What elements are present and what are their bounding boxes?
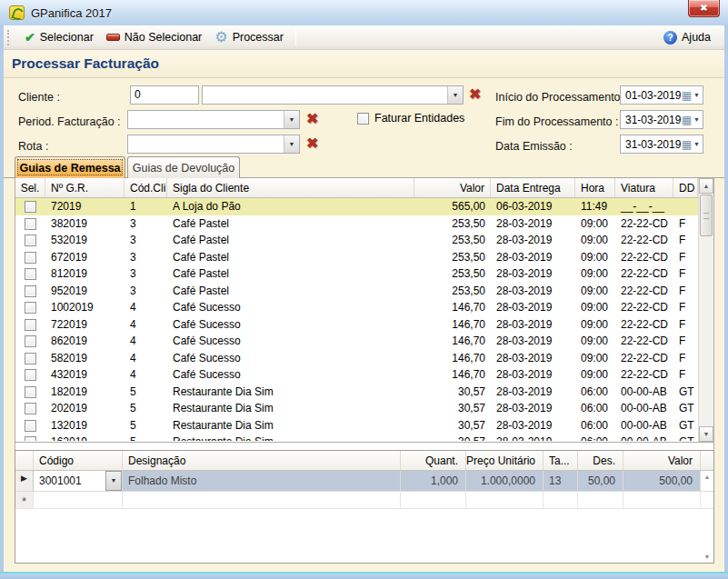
row-checkbox[interactable] (25, 268, 36, 280)
rota-combobox[interactable]: ▼ (127, 135, 300, 154)
row-select-cell[interactable] (15, 435, 45, 441)
table-row[interactable]: 9520193Café Pastel253,5028-03-201909:002… (15, 283, 698, 300)
row-select-cell[interactable] (15, 385, 45, 398)
fim-date-picker[interactable]: 31-03-2019 ▦ ▼ (620, 110, 703, 129)
row-checkbox[interactable] (25, 252, 36, 264)
table-row[interactable]: 8120193Café Pastel253,5028-03-201909:002… (15, 265, 698, 283)
row-select-cell[interactable] (15, 352, 45, 364)
row-checkbox[interactable] (25, 218, 36, 230)
row-select-cell[interactable] (15, 368, 45, 381)
table-row[interactable]: 5820194Café Sucesso146,7028-03-201909:00… (15, 350, 698, 367)
row-checkbox[interactable] (25, 420, 36, 432)
chevron-down-icon[interactable]: ▼ (105, 471, 122, 491)
clear-rota-icon[interactable]: ✖ (306, 136, 318, 151)
col-header-valor[interactable]: Valor (414, 178, 491, 197)
table-row[interactable]: ▶ 3001001 ▼ Folhado Misto 1,000 1.000,00… (15, 471, 713, 492)
table-row[interactable]: 10020194Café Sucesso146,7028-03-201909:0… (15, 299, 698, 316)
chevron-down-icon[interactable]: ▼ (284, 135, 299, 153)
col-header-quant[interactable]: Quant. (401, 451, 466, 470)
table-row[interactable]: 6720193Café Pastel253,5028-03-201909:002… (15, 249, 698, 266)
detail-vertical-scrollbar[interactable]: ▲ ▼ (701, 471, 713, 563)
col-header-viatura[interactable]: Viatura (615, 178, 673, 197)
ajuda-button[interactable]: ? Ajuda (657, 29, 717, 46)
row-select-cell[interactable] (15, 251, 45, 264)
row-checkbox[interactable] (25, 285, 36, 297)
col-header-valor[interactable]: Valor (623, 451, 701, 470)
col-header-codigo[interactable]: Código (34, 451, 123, 470)
row-checkbox[interactable] (25, 353, 36, 364)
row-checkbox[interactable] (25, 369, 36, 381)
selecionar-button[interactable]: ✔ Selecionar (18, 29, 100, 45)
chevron-down-icon[interactable]: ▼ (693, 141, 700, 147)
row-select-cell[interactable] (15, 402, 45, 414)
col-header-sel[interactable]: Sel. (15, 178, 45, 197)
clear-periodo-icon[interactable]: ✖ (306, 112, 318, 126)
col-header-data-entrega[interactable]: Data Entrega (491, 178, 575, 197)
table-row[interactable]: 8620194Café Sucesso146,7028-03-201909:00… (15, 333, 698, 350)
col-header-des[interactable]: Des. (578, 451, 623, 470)
col-header-codcli[interactable]: Cód.Cli. (125, 178, 167, 197)
processar-button[interactable]: ⚙ Processar (208, 28, 290, 46)
row-checkbox[interactable] (25, 436, 36, 441)
table-row[interactable]: 1820195Restaurante Dia Sim30,5728-03-201… (15, 384, 698, 401)
col-header-sigla[interactable]: Sigla do Cliente (167, 178, 414, 197)
nao-selecionar-button[interactable]: Não Selecionar (100, 29, 208, 45)
row-checkbox[interactable] (25, 201, 36, 213)
cliente-combobox[interactable]: ▼ (202, 85, 464, 105)
scrollbar-thumb[interactable] (700, 195, 713, 236)
tab-guias-de-devolucao[interactable]: Guias de Devolução (127, 156, 240, 178)
col-header-gr[interactable]: Nº G.R. (45, 178, 125, 197)
row-select-cell[interactable] (15, 217, 45, 230)
grid-splitter[interactable] (15, 443, 714, 450)
row-checkbox[interactable] (25, 302, 36, 314)
data-emissao-label: Data Emissão : (495, 140, 573, 153)
table-row[interactable]: 1620195Restaurante Dia Sim30,5728-03-201… (15, 434, 698, 441)
row-checkbox[interactable] (25, 403, 36, 414)
clear-cliente-icon[interactable]: ✖ (469, 87, 481, 102)
scroll-down-icon[interactable]: ▼ (699, 426, 713, 442)
checkbox-box[interactable] (357, 113, 369, 125)
table-row[interactable]: 3820193Café Pastel253,5028-03-201909:002… (15, 215, 698, 233)
row-select-cell[interactable] (15, 267, 45, 280)
chevron-down-icon[interactable]: ▼ (284, 111, 299, 128)
col-header-taxa[interactable]: Ta... (544, 451, 578, 470)
scroll-down-icon[interactable]: ▼ (704, 551, 711, 563)
row-select-cell[interactable] (15, 234, 45, 246)
row-select-cell[interactable] (15, 318, 45, 331)
row-checkbox[interactable] (25, 235, 36, 246)
table-row[interactable]: 7220194Café Sucesso146,7028-03-201909:00… (15, 316, 698, 334)
col-header-dd[interactable]: DD (673, 178, 698, 197)
row-select-cell[interactable] (15, 301, 45, 314)
chevron-down-icon[interactable]: ▼ (693, 92, 700, 98)
tab-guias-de-remessa[interactable]: Guias de Remessa (15, 156, 125, 178)
row-select-cell[interactable] (15, 334, 45, 347)
close-button[interactable]: ✖ (688, 0, 720, 17)
scroll-up-icon[interactable]: ▲ (699, 178, 713, 194)
faturar-entidades-checkbox[interactable]: Faturar Entidades (357, 112, 464, 125)
emissao-date-picker[interactable]: 31-03-2019 ▦ ▼ (620, 135, 703, 154)
table-row[interactable]: 4320194Café Sucesso146,7028-03-201909:00… (15, 366, 698, 384)
periodo-combobox[interactable]: ▼ (127, 110, 300, 129)
table-row[interactable]: 2020195Restaurante Dia Sim30,5728-03-201… (15, 400, 698, 417)
row-checkbox[interactable] (25, 335, 36, 347)
cliente-code-input[interactable]: 0 (130, 85, 199, 105)
row-checkbox[interactable] (25, 386, 36, 398)
row-select-cell[interactable] (15, 285, 45, 297)
cell-dd: F (673, 301, 698, 314)
row-checkbox[interactable] (25, 319, 36, 331)
table-row[interactable]: 1320195Restaurante Dia Sim30,5728-03-201… (15, 417, 698, 434)
row-select-cell[interactable] (15, 419, 45, 432)
chevron-down-icon[interactable]: ▼ (447, 86, 463, 104)
table-row[interactable]: 5320193Café Pastel253,5028-03-201909:002… (15, 232, 698, 249)
inicio-date-picker[interactable]: 01-03-2019 ▦ ▼ (620, 85, 703, 105)
col-header-hora[interactable]: Hora (575, 178, 615, 197)
table-row[interactable]: 720191A Loja do Pão565,0006-03-201911:49… (15, 198, 698, 215)
scroll-up-icon[interactable]: ▲ (704, 471, 711, 483)
col-header-designacao[interactable]: Designação (123, 451, 401, 470)
col-header-preco-unitario[interactable]: Preço Unitário (466, 451, 544, 470)
vertical-scrollbar[interactable]: ▲ ▼ (698, 178, 713, 442)
new-row[interactable]: * (15, 492, 713, 509)
chevron-down-icon[interactable]: ▼ (693, 116, 700, 123)
codigo-combobox[interactable]: 3001001 ▼ (34, 471, 123, 492)
row-select-cell[interactable] (15, 200, 45, 213)
